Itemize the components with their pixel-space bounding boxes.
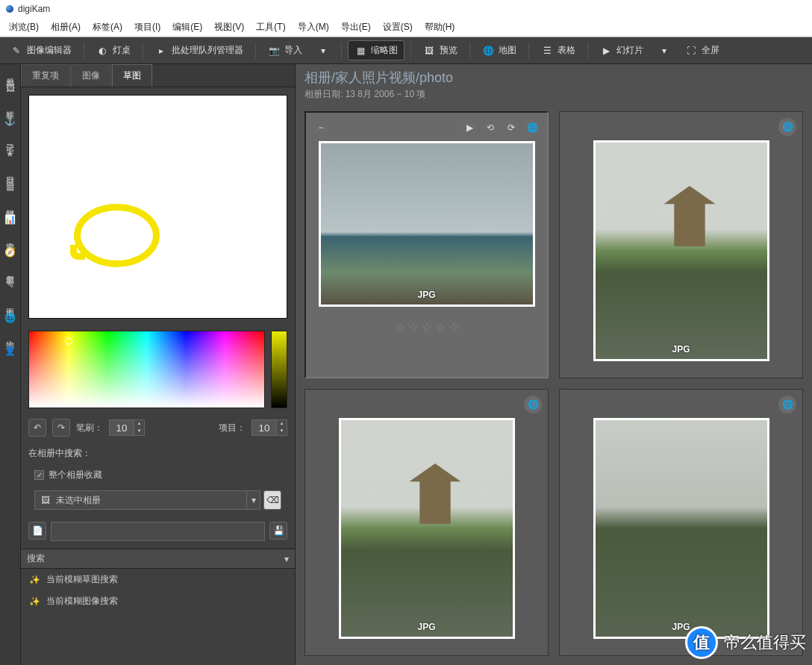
color-spectrum-picker[interactable] <box>28 331 265 408</box>
minus-button[interactable]: − <box>312 119 330 137</box>
rail-tab-labels[interactable]: 记录 <box>3 133 17 142</box>
menu-browse[interactable]: 浏览(B) <box>3 19 45 36</box>
menu-help[interactable]: 帮助(H) <box>419 19 461 36</box>
slideshow-button[interactable]: ▶幻灯片 <box>594 41 649 60</box>
lighttable-button[interactable]: ◐灯桌 <box>90 41 137 60</box>
breadcrumb-subtitle: 相册日期: 13 8月 2006 − 10 项 <box>304 88 803 101</box>
searches-list: ✨ 当前模糊草图搜索 ✨ 当前模糊图像搜索 <box>21 569 295 612</box>
rotate-right-button[interactable]: ⟳ <box>502 119 520 137</box>
brush-label: 笔刷： <box>76 422 103 434</box>
rail-tab-people[interactable]: 人物 <box>3 330 17 339</box>
geo-button[interactable]: 🌐 <box>523 119 541 137</box>
import-dropdown[interactable]: ▾ <box>311 42 335 60</box>
rail-person-icon[interactable]: 👤 <box>3 343 18 358</box>
rail-star-icon[interactable]: ★ <box>3 146 18 161</box>
search-item-image[interactable]: ✨ 当前模糊图像搜索 <box>21 590 295 612</box>
rail-calendar-icon[interactable]: ▦ <box>3 179 18 194</box>
geo-button[interactable]: 🌐 <box>778 118 796 136</box>
rail-compass-icon[interactable]: 🧭 <box>3 245 18 260</box>
geo-button[interactable]: 🌐 <box>524 396 542 413</box>
album-select-dropdown[interactable]: ▾ <box>247 490 260 510</box>
brush-size-stepper[interactable]: ▲▼ <box>109 419 145 436</box>
thumbnail-image[interactable]: JPG <box>593 140 769 361</box>
menu-item[interactable]: 项目(I) <box>128 19 166 36</box>
format-badge: JPG <box>672 344 690 355</box>
search-item-sketch[interactable]: ✨ 当前模糊草图搜索 <box>21 569 295 590</box>
searches-header[interactable]: 搜索 ▾ <box>21 549 295 569</box>
rail-timeline-icon[interactable]: 📊 <box>3 212 18 227</box>
rail-wand-icon[interactable]: ✎ <box>3 278 18 293</box>
menu-view[interactable]: 视图(V) <box>208 19 250 36</box>
rail-anchor-icon[interactable]: ⚓ <box>3 113 18 128</box>
play-button[interactable]: ▶ <box>460 119 478 137</box>
menubar: 浏览(B) 相册(A) 标签(A) 项目(I) 编辑(E) 视图(V) 工具(T… <box>0 18 812 37</box>
tab-image[interactable]: 图像 <box>71 64 111 87</box>
rail-tab-albums[interactable]: 相册 <box>3 67 17 76</box>
new-search-button[interactable]: 📄 <box>28 522 46 540</box>
import-button[interactable]: 📷导入 <box>262 41 308 60</box>
brush-size-input[interactable] <box>109 419 134 436</box>
rating-stars[interactable]: ☆☆☆☆☆ <box>395 320 459 334</box>
menu-album[interactable]: 相册(A) <box>45 19 87 36</box>
rotate-left-button[interactable]: ⟲ <box>481 119 499 137</box>
image-icon: 🖼 <box>423 45 435 57</box>
thumbnails-view-button[interactable]: ▦缩略图 <box>348 40 405 60</box>
thumbnail-card[interactable]: 🌐 JPG <box>559 389 803 656</box>
image-editor-button[interactable]: ✎图像编辑器 <box>4 41 78 60</box>
thumbnail-card[interactable]: 🌐 JPG <box>304 389 549 656</box>
chevron-down-icon: ▾ <box>317 45 329 57</box>
items-count-stepper[interactable]: ▲▼ <box>252 419 287 436</box>
table-view-button[interactable]: ☰表格 <box>535 41 581 60</box>
geo-button[interactable]: 🌐 <box>778 396 796 413</box>
album-select-value: 未选中相册 <box>56 494 101 507</box>
whole-collection-label: 整个相册收藏 <box>49 469 102 481</box>
thumbnail-card[interactable]: − ▶ ⟲ ⟳ 🌐 JPG ☆☆☆☆☆ <box>304 111 549 378</box>
album-select-clear[interactable]: ⌫ <box>263 490 281 510</box>
thumbnail-image[interactable]: JPG <box>593 418 769 639</box>
preview-view-button[interactable]: 🖼预览 <box>417 41 463 60</box>
thumbnail-image[interactable]: JPG <box>339 418 515 639</box>
menu-tags[interactable]: 标签(A) <box>87 19 128 36</box>
format-badge: JPG <box>417 290 435 300</box>
rail-icon-tags[interactable]: 🖼 <box>3 81 18 96</box>
menu-tools[interactable]: 工具(T) <box>250 19 291 36</box>
sketch-stroke <box>74 204 160 267</box>
rail-globe-icon[interactable]: 🌐 <box>3 310 18 325</box>
thumbnail-image[interactable]: JPG <box>319 141 535 307</box>
image-icon: 🖼 <box>40 494 51 506</box>
save-search-button[interactable]: 💾 <box>269 522 287 540</box>
left-panel: 重复项 图像 草图 ↶ ↷ 笔刷： ▲▼ 项目： <box>21 64 296 665</box>
redo-button[interactable]: ↷ <box>52 419 70 437</box>
wand-icon: ✨ <box>28 596 40 608</box>
items-count-input[interactable] <box>252 419 277 436</box>
batch-queue-button[interactable]: ▸批处理队列管理器 <box>149 41 249 60</box>
globe-icon: 🌐 <box>482 45 494 57</box>
sketch-canvas[interactable] <box>28 95 287 319</box>
whole-collection-checkbox[interactable]: ✓ <box>34 470 44 480</box>
rail-tab-map[interactable]: 地图 <box>3 297 17 306</box>
undo-button[interactable]: ↶ <box>28 419 46 437</box>
content-area: 相册/家人照片视频/photo 相册日期: 13 8月 2006 − 10 项 … <box>296 64 812 665</box>
rail-tab-timeline[interactable]: 时间线 <box>3 199 17 207</box>
slideshow-dropdown[interactable]: ▾ <box>652 42 676 60</box>
rail-tab-search[interactable]: 搜索 <box>3 231 17 240</box>
rail-tab-similar[interactable]: 相似度 <box>3 264 17 273</box>
rail-tab-tags[interactable]: 标签 <box>3 100 17 109</box>
color-value-slider[interactable] <box>271 331 287 408</box>
tab-sketch[interactable]: 草图 <box>112 64 152 87</box>
thumbnail-card[interactable]: 🌐 JPG <box>559 111 803 378</box>
album-select[interactable]: 🖼 未选中相册 <box>34 490 247 510</box>
menu-export[interactable]: 导出(E) <box>335 19 377 36</box>
menu-settings[interactable]: 设置(S) <box>377 19 419 36</box>
left-rail: 相册 🖼 标签 ⚓ 记录 ★ 日期 ▦ 时间线 📊 搜索 🧭 相似度 ✎ 地图 … <box>0 64 21 665</box>
menu-import[interactable]: 导入(M) <box>292 19 335 36</box>
search-name-input[interactable] <box>51 522 265 541</box>
menu-edit[interactable]: 编辑(E) <box>166 19 208 36</box>
map-view-button[interactable]: 🌐地图 <box>476 41 522 60</box>
rail-tab-dates[interactable]: 日期 <box>3 166 17 175</box>
fullscreen-button[interactable]: ⛶全屏 <box>679 41 725 60</box>
items-label: 项目： <box>219 422 246 434</box>
tab-duplicates[interactable]: 重复项 <box>21 64 70 87</box>
wand-icon: ✨ <box>28 574 40 586</box>
spectrum-marker-icon <box>65 337 72 345</box>
